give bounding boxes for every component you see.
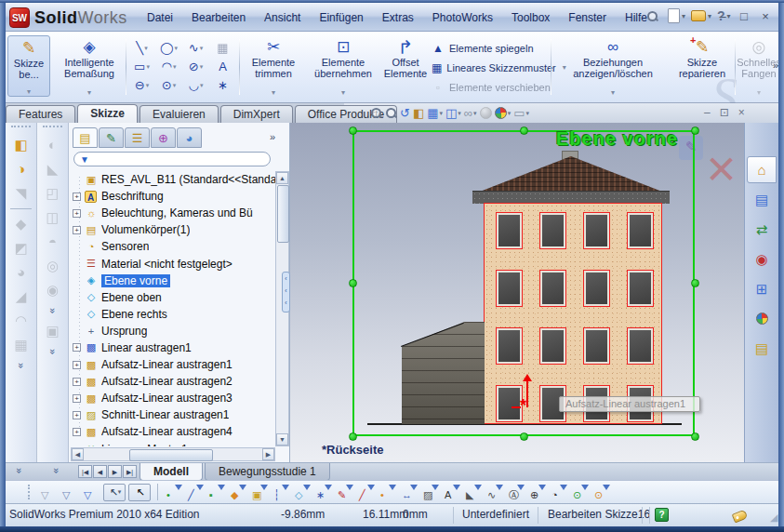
smart-dimension-button[interactable]: ◈ Intelligente Bemaßung▾ bbox=[54, 35, 125, 97]
tab-evaluieren[interactable]: Evaluieren bbox=[140, 105, 219, 123]
trim-entities-button[interactable]: ✂ Elemente trimmen▾ bbox=[244, 35, 303, 97]
circle-tool[interactable]: ◯▾ bbox=[155, 39, 182, 58]
tab-modell[interactable]: Modell bbox=[140, 463, 203, 481]
dome-feature-icon[interactable]: ◓ bbox=[37, 230, 68, 254]
filter-connection-points[interactable]: ⊙ bbox=[571, 484, 590, 501]
shadows-view-button[interactable] bbox=[480, 107, 492, 119]
rectangle-tool[interactable]: ▭▾ bbox=[128, 58, 155, 76]
display-delete-relations-button[interactable]: ∞ Beziehungen anzeigen/löschen▾ bbox=[556, 35, 670, 97]
filter-vertices[interactable]: • bbox=[165, 484, 183, 501]
menu-toolbox[interactable]: Toolbox bbox=[502, 9, 559, 28]
appearances-scenes-button[interactable] bbox=[747, 305, 777, 332]
revolved-cut-icon[interactable]: ◕ bbox=[6, 260, 36, 285]
menu-datei[interactable]: Datei bbox=[138, 9, 182, 28]
mirror-entities-button[interactable]: ▲Elemente spiegeln bbox=[432, 38, 560, 58]
offset-entities-button[interactable]: ↱ Offset Elemente bbox=[381, 35, 430, 97]
close-button[interactable]: × bbox=[759, 9, 772, 23]
arc-tool-dropdown[interactable]: ▾ bbox=[173, 63, 177, 71]
sketch-text-tool[interactable]: A bbox=[209, 58, 236, 76]
swept-boss-icon[interactable]: ◥ bbox=[6, 181, 36, 206]
strip-more-chevron[interactable]: » bbox=[45, 337, 61, 367]
tree-item-material[interactable]: ☰Material <nicht festgelegt> bbox=[71, 255, 275, 272]
expand-toggle[interactable]: + bbox=[73, 343, 81, 352]
strip-b-bottom-chevron[interactable]: » bbox=[51, 468, 62, 473]
spline-tool[interactable]: ∿▾ bbox=[182, 39, 209, 58]
expand-toggle[interactable]: + bbox=[73, 193, 81, 201]
tree-item-boss-extrude4[interactable]: +▩Aufsatz-Linear austragen4 bbox=[71, 423, 275, 440]
first-tab-button[interactable]: |◀ bbox=[78, 465, 92, 478]
tree-item-boss-extrude1[interactable]: +▩Aufsatz-Linear austragen1 bbox=[71, 356, 275, 373]
filter-surface-bodies[interactable]: ◆ bbox=[229, 484, 247, 501]
selection-handle[interactable] bbox=[691, 279, 699, 287]
view-palette-button[interactable]: ⊞ bbox=[747, 275, 777, 302]
tab-features[interactable]: Features bbox=[6, 105, 75, 123]
menu-bearbeiten[interactable]: Bearbeiten bbox=[182, 9, 255, 28]
scroll-right-button[interactable]: ▶ bbox=[262, 448, 274, 460]
menu-fenster[interactable]: Fenster bbox=[559, 9, 616, 28]
custom-properties-button[interactable]: ▤ bbox=[747, 335, 777, 362]
selection-handle[interactable] bbox=[520, 126, 528, 135]
view-settings-button[interactable]: ▭▾ bbox=[513, 106, 529, 120]
extruded-cut-icon[interactable]: ◩ bbox=[6, 236, 36, 260]
horizontal-scroll-thumb[interactable] bbox=[129, 449, 213, 461]
tree-item-top-plane[interactable]: ◇Ebene oben bbox=[71, 289, 275, 306]
polygon-tool[interactable]: ⊙▾ bbox=[155, 76, 182, 95]
filter-routing-points[interactable]: ⊙ bbox=[592, 484, 611, 501]
ellipse-tool[interactable]: ⊘▾ bbox=[182, 58, 209, 76]
convert-entities-button[interactable]: ⊡ Elemente übernehmen▾ bbox=[307, 35, 379, 97]
new-document-button[interactable]: ▾ bbox=[668, 8, 685, 23]
menu-photoworks[interactable]: PhotoWorks bbox=[423, 9, 502, 28]
filter-geometric-tolerances[interactable]: ⊕ bbox=[528, 484, 547, 501]
slot-tool-dropdown[interactable]: ▾ bbox=[146, 82, 150, 89]
scroll-down-button[interactable]: ▼ bbox=[276, 433, 288, 446]
lasso-select-button[interactable]: ↖ bbox=[128, 484, 151, 501]
filter-balloons[interactable]: ◔ bbox=[550, 484, 568, 501]
tree-item-right-plane[interactable]: ◇Ebene rechts bbox=[71, 306, 275, 323]
panel-splitter-handle[interactable]: ‹ ‹ ‹ bbox=[282, 272, 290, 313]
hide-show-items-icon-dropdown[interactable]: ▾ bbox=[473, 110, 477, 117]
polygon-tool-dropdown[interactable]: ▾ bbox=[173, 82, 177, 89]
filter-solid-bodies[interactable]: ▣ bbox=[250, 484, 269, 501]
search-icon[interactable] bbox=[646, 10, 658, 22]
tree-item-origin[interactable]: +Ursprung bbox=[71, 323, 275, 339]
tree-item-part[interactable]: ▣RES_AVL_B11 (Standard<<Standa bbox=[71, 171, 275, 188]
sketch-button[interactable]: ✎ Skizze be...▾ bbox=[7, 35, 50, 97]
featuremanager-tab[interactable]: ▤ bbox=[73, 127, 98, 148]
expand-toggle[interactable]: + bbox=[73, 378, 81, 386]
view-orientation-button[interactable]: ▦▾ bbox=[427, 106, 443, 120]
filter-dimensions[interactable]: ↔ bbox=[400, 484, 419, 501]
tab-skizze[interactable]: Skizze bbox=[77, 104, 138, 123]
expand-toggle[interactable]: + bbox=[73, 209, 81, 218]
file-explorer-button[interactable]: ⇄ bbox=[747, 216, 777, 243]
fillet-tool-dropdown[interactable]: ▾ bbox=[200, 82, 204, 89]
viewport-close-button[interactable]: × bbox=[738, 106, 745, 119]
tree-item-front-plane[interactable]: ◈Ebene vorne bbox=[71, 273, 275, 289]
last-tab-button[interactable]: ▶| bbox=[123, 465, 137, 478]
selected-plane-outline[interactable] bbox=[352, 130, 695, 436]
select-tool-button-dropdown[interactable]: ▾ bbox=[118, 488, 122, 496]
tree-item-boss-extrude2[interactable]: +▩Aufsatz-Linear austragen2 bbox=[71, 373, 275, 390]
wrap-feature-icon[interactable]: ◎ bbox=[37, 254, 68, 278]
displaymanager-tab[interactable]: ◕ bbox=[177, 127, 202, 148]
features-more-chevron[interactable]: » bbox=[13, 351, 30, 381]
sketch-pattern-tool[interactable]: ▦ bbox=[209, 39, 236, 58]
filter-sketch-segments[interactable]: ╱ bbox=[357, 484, 376, 501]
new-document-button-dropdown[interactable]: ▾ bbox=[682, 12, 685, 20]
filter-surface-finish[interactable]: ∿ bbox=[485, 484, 504, 501]
viewport-minimize-button[interactable]: – bbox=[704, 106, 711, 119]
expand-toggle[interactable]: + bbox=[73, 361, 81, 369]
swept-cut-icon[interactable]: ◢ bbox=[6, 285, 36, 309]
fillet-feature-icon[interactable]: ◠ bbox=[6, 309, 36, 333]
tree-item-lights[interactable]: +☼Beleuchtung, Kameras und Bü bbox=[71, 205, 275, 221]
move-entities-button[interactable]: ▫Elemente verschieben bbox=[432, 77, 560, 97]
display-style-button[interactable]: ◫▾ bbox=[445, 106, 461, 120]
tree-item-extrude1[interactable]: +▩Linear austragen1 bbox=[71, 339, 275, 356]
menu-einfügen[interactable]: Einfügen bbox=[310, 9, 372, 28]
line-tool-dropdown[interactable]: ▾ bbox=[144, 45, 148, 52]
expand-toggle[interactable]: + bbox=[73, 428, 81, 436]
menu-extras[interactable]: Extras bbox=[373, 9, 423, 28]
apply-scene-icon-dropdown[interactable]: ▾ bbox=[508, 110, 512, 117]
solidworks-search-button[interactable]: ◉ bbox=[747, 246, 777, 273]
propertymanager-tab[interactable]: ✎ bbox=[99, 127, 124, 148]
viewport-restore-button[interactable]: ⊡ bbox=[720, 106, 729, 119]
